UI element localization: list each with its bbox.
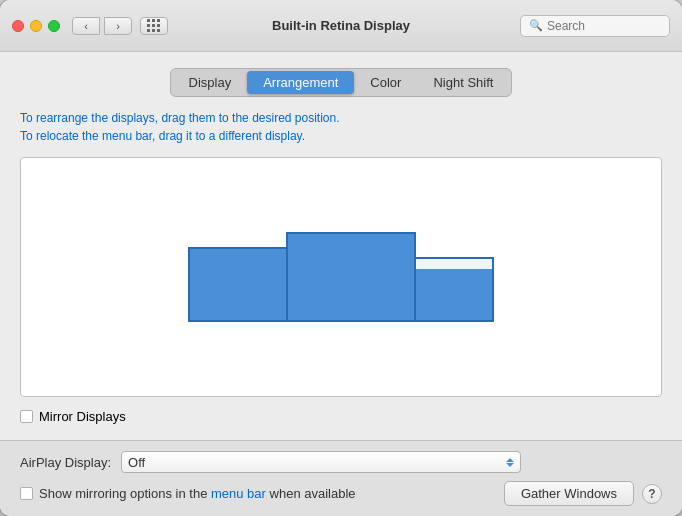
show-mirroring-text: Show mirroring options in the menu bar w… — [39, 486, 356, 501]
show-mirror-row: Show mirroring options in the menu bar w… — [20, 486, 496, 501]
help-button[interactable]: ? — [642, 484, 662, 504]
dropdown-arrow-icon — [506, 458, 514, 467]
search-icon: 🔍 — [529, 19, 543, 32]
content-area: Display Arrangement Color Night Shift To… — [0, 52, 682, 440]
bottom-bar: AirPlay Display: Off Show mirroring opti… — [0, 440, 682, 516]
description-line2: To relocate the menu bar, drag it to a d… — [20, 127, 662, 145]
minimize-button[interactable] — [30, 20, 42, 32]
display-right[interactable] — [414, 257, 494, 322]
forward-icon: › — [116, 20, 120, 32]
arrangement-area — [20, 157, 662, 397]
mirror-displays-label: Mirror Displays — [39, 409, 126, 424]
show-mirror-text-before: Show mirroring options in the — [39, 486, 211, 501]
mirror-displays-checkbox[interactable] — [20, 410, 33, 423]
bottom-actions: Show mirroring options in the menu bar w… — [20, 481, 662, 506]
close-button[interactable] — [12, 20, 24, 32]
window-title: Built-in Retina Display — [272, 18, 410, 33]
mirror-row: Mirror Displays — [20, 409, 662, 424]
tab-color[interactable]: Color — [354, 71, 417, 94]
grid-icon — [147, 19, 161, 33]
maximize-button[interactable] — [48, 20, 60, 32]
forward-button[interactable]: › — [104, 17, 132, 35]
display-center[interactable] — [286, 232, 416, 322]
description-line1: To rearrange the displays, drag them to … — [20, 109, 662, 127]
back-button[interactable]: ‹ — [72, 17, 100, 35]
airplay-dropdown-value: Off — [128, 455, 506, 470]
search-input[interactable] — [547, 19, 661, 33]
display-left[interactable] — [188, 247, 288, 322]
tabs-container: Display Arrangement Color Night Shift — [20, 68, 662, 97]
menubar-indicator — [416, 259, 492, 269]
nav-buttons: ‹ › — [72, 17, 132, 35]
tabs: Display Arrangement Color Night Shift — [170, 68, 513, 97]
traffic-lights — [12, 20, 60, 32]
airplay-row: AirPlay Display: Off — [20, 451, 662, 473]
window: ‹ › Built-in Retina Display 🔍 Display Ar… — [0, 0, 682, 516]
tab-night-shift[interactable]: Night Shift — [417, 71, 509, 94]
back-icon: ‹ — [84, 20, 88, 32]
search-bar[interactable]: 🔍 — [520, 15, 670, 37]
show-mirror-link: menu bar — [211, 486, 266, 501]
tab-arrangement[interactable]: Arrangement — [247, 71, 354, 94]
show-mirror-text-after: when available — [270, 486, 356, 501]
titlebar: ‹ › Built-in Retina Display 🔍 — [0, 0, 682, 52]
tab-display[interactable]: Display — [173, 71, 248, 94]
airplay-dropdown[interactable]: Off — [121, 451, 521, 473]
grid-view-button[interactable] — [140, 17, 168, 35]
gather-windows-button[interactable]: Gather Windows — [504, 481, 634, 506]
description-text: To rearrange the displays, drag them to … — [20, 109, 662, 145]
displays-group — [188, 232, 494, 322]
airplay-label: AirPlay Display: — [20, 455, 111, 470]
show-mirroring-checkbox[interactable] — [20, 487, 33, 500]
